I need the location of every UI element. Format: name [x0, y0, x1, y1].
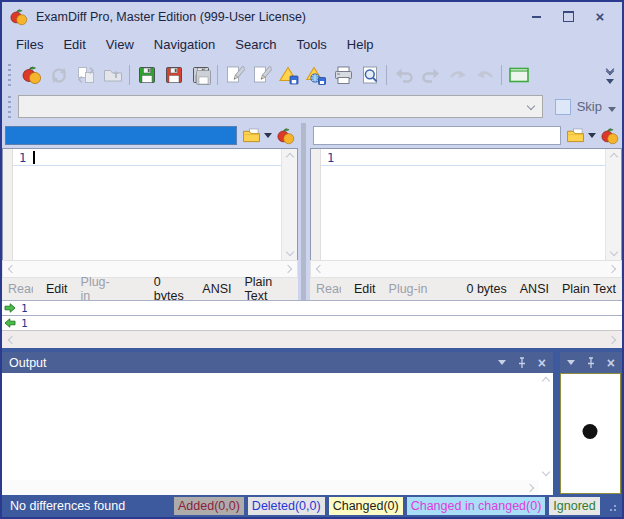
scroll-right-icon[interactable] — [608, 265, 616, 273]
browse-dropdown-icon[interactable] — [264, 133, 272, 138]
filter-combobox[interactable] — [18, 95, 543, 118]
scroll-down-icon[interactable] — [285, 248, 293, 256]
first-file-editor[interactable]: 1 — [2, 148, 298, 260]
readonly-indicator[interactable]: Read — [316, 282, 341, 296]
vertical-scrollbar[interactable] — [539, 373, 553, 480]
second-file-browse-button[interactable] — [566, 128, 596, 143]
second-file-pane: 1 Read Edit Plug-in 0 bytes ANSI Plain T… — [310, 123, 622, 300]
editor-line[interactable]: 1 — [13, 150, 281, 166]
next-difference-button[interactable] — [444, 62, 471, 87]
first-file-compare-button[interactable] — [277, 127, 295, 145]
save-second-file-button[interactable] — [160, 62, 187, 87]
scroll-up-icon[interactable] — [542, 377, 550, 385]
second-file-editor[interactable]: 1 — [310, 148, 622, 260]
save-differences-as-icon — [306, 65, 326, 85]
horizontal-scrollbar[interactable] — [310, 260, 622, 278]
save-differences-icon — [279, 65, 299, 85]
save-first-file-button[interactable] — [133, 62, 160, 87]
undo-button[interactable] — [390, 62, 417, 87]
second-file-compare-button[interactable] — [601, 127, 619, 145]
minimize-button[interactable] — [520, 6, 552, 28]
print-preview-button[interactable] — [356, 62, 383, 87]
scroll-up-icon[interactable] — [285, 153, 293, 161]
refresh-button[interactable] — [45, 62, 72, 87]
save-differences-as-button[interactable] — [302, 62, 329, 87]
scroll-down-icon[interactable] — [542, 468, 550, 476]
output-content[interactable] — [2, 373, 553, 495]
menu-navigation[interactable]: Navigation — [144, 31, 225, 59]
redo-button[interactable] — [417, 62, 444, 87]
pin-icon[interactable] — [515, 356, 529, 370]
print-button[interactable] — [329, 62, 356, 87]
horizontal-scrollbar[interactable] — [2, 480, 539, 495]
readonly-indicator[interactable]: Read — [8, 282, 33, 296]
first-file-browse-button[interactable] — [242, 128, 272, 143]
edit-first-icon — [225, 65, 245, 85]
toolbar-overflow-button[interactable] — [606, 66, 614, 84]
previous-difference-button[interactable] — [471, 62, 498, 87]
editor-gutter — [3, 149, 13, 260]
scroll-left-icon[interactable] — [8, 265, 16, 273]
plugin-indicator[interactable]: Plug-in — [389, 282, 428, 296]
vertical-scrollbar[interactable] — [605, 149, 621, 260]
menu-view[interactable]: View — [96, 31, 144, 59]
pin-icon[interactable] — [584, 356, 598, 370]
current-line-first-row[interactable]: 1 — [2, 300, 622, 315]
toolbar-grip[interactable] — [8, 64, 11, 86]
menu-search[interactable]: Search — [225, 31, 286, 59]
panel-close-icon[interactable]: × — [538, 356, 546, 370]
plugin-indicator[interactable]: Plug-in — [81, 275, 115, 303]
swap-panes-button[interactable] — [72, 62, 99, 87]
file-format: Plain Text — [244, 275, 292, 303]
edit-first-file-button[interactable] — [221, 62, 248, 87]
scroll-up-icon[interactable] — [609, 153, 617, 161]
scroll-down-icon[interactable] — [609, 248, 617, 256]
edit-indicator[interactable]: Edit — [46, 282, 68, 296]
edit-second-file-button[interactable] — [248, 62, 275, 87]
menu-edit[interactable]: Edit — [53, 31, 95, 59]
compare-icon — [277, 127, 295, 145]
undo-icon — [394, 65, 414, 85]
navigation-panel-header: × — [560, 352, 622, 373]
filter-bar-grip[interactable] — [8, 96, 11, 118]
current-line-second-row[interactable]: 1 — [2, 315, 622, 330]
combobox-dropdown-icon[interactable] — [526, 102, 534, 110]
second-file-path-box[interactable] — [313, 126, 561, 145]
scroll-right-icon[interactable] — [608, 335, 616, 343]
save-both-files-button[interactable] — [187, 62, 214, 87]
dock-splitter-vertical[interactable] — [553, 352, 560, 495]
menu-tools[interactable]: Tools — [286, 31, 336, 59]
scroll-left-icon[interactable] — [316, 265, 324, 273]
compare-icon — [601, 127, 619, 145]
skip-options-icon[interactable] — [608, 107, 616, 112]
editor-line[interactable]: 1 — [321, 150, 605, 166]
line-number: 1 — [19, 151, 26, 165]
maximize-button[interactable] — [552, 6, 584, 28]
pane-splitter[interactable] — [298, 123, 310, 300]
skip-checkbox[interactable] — [555, 99, 571, 115]
compare-button[interactable] — [18, 62, 45, 87]
file-size: 0 bytes — [466, 282, 506, 296]
first-file-statusbar: Read Edit Plug-in 0 bytes ANSI Plain Tex… — [2, 278, 298, 300]
panel-close-icon[interactable]: × — [607, 356, 615, 370]
navigation-map[interactable] — [560, 373, 621, 494]
save-differences-button[interactable] — [275, 62, 302, 87]
resize-grip[interactable] — [606, 501, 617, 512]
menu-files[interactable]: Files — [6, 31, 53, 59]
line-view-scrollbar[interactable] — [2, 330, 622, 348]
status-badge: Changed in changed(0) — [407, 497, 546, 515]
menu-help[interactable]: Help — [337, 31, 384, 59]
browse-dropdown-icon[interactable] — [588, 133, 596, 138]
scroll-right-icon[interactable] — [284, 265, 292, 273]
edit-indicator[interactable]: Edit — [354, 282, 376, 296]
panel-menu-icon[interactable] — [498, 360, 506, 365]
filter-bar: Skip — [2, 90, 622, 123]
open-files-button[interactable] — [99, 62, 126, 87]
show-panes-button[interactable] — [505, 62, 532, 87]
scroll-right-icon[interactable] — [526, 483, 534, 491]
vertical-scrollbar[interactable] — [281, 149, 297, 260]
scroll-left-icon[interactable] — [8, 335, 16, 343]
first-file-path-box[interactable] — [5, 126, 237, 145]
close-button[interactable]: × — [584, 6, 616, 28]
panel-menu-icon[interactable] — [567, 360, 575, 365]
